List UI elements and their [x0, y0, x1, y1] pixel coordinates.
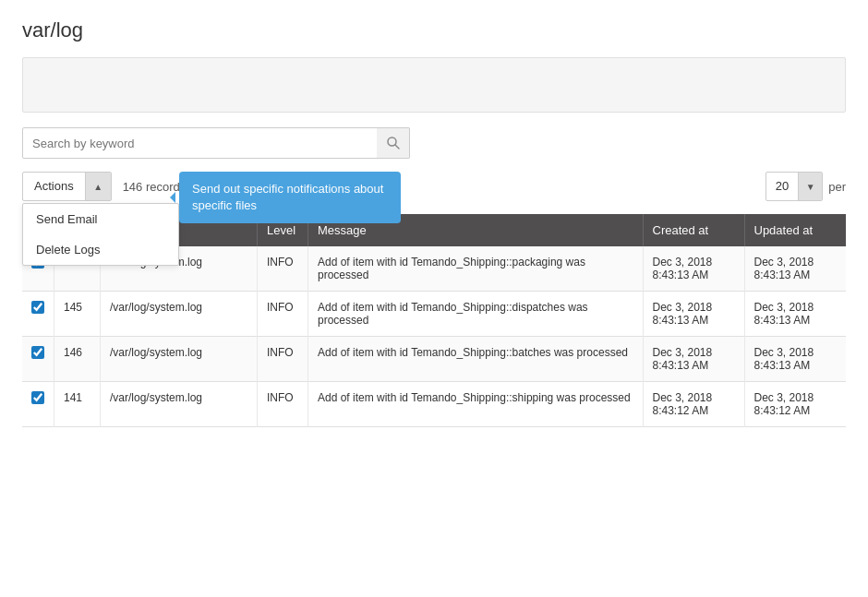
- tooltip-text: Send out specific notifications about sp…: [192, 182, 383, 212]
- row-id: 146: [54, 337, 101, 382]
- menu-item-delete-logs[interactable]: Delete Logs: [23, 234, 178, 265]
- row-id: 141: [54, 382, 101, 427]
- row-created-at: Dec 3, 2018 8:43:13 AM: [643, 246, 744, 292]
- search-button[interactable]: [377, 127, 410, 159]
- actions-dropdown: Actions ▲ Send Email Delete Logs Send ou…: [22, 172, 112, 201]
- actions-label: Actions: [23, 172, 85, 201]
- table-row: 146 /var/log/system.log INFO Add of item…: [22, 337, 846, 382]
- row-message: Add of item with id Temando_Shipping::di…: [308, 292, 644, 337]
- per-page-value: 20: [766, 172, 798, 201]
- actions-menu: Send Email Delete Logs: [22, 203, 179, 266]
- row-file: /var/log/system.log: [101, 382, 258, 427]
- row-level: INFO: [258, 337, 308, 382]
- per-label: per: [828, 180, 846, 194]
- row-updated-at: Dec 3, 2018 8:43:12 AM: [744, 382, 846, 427]
- row-checkbox[interactable]: [31, 346, 44, 359]
- row-created-at: Dec 3, 2018 8:43:13 AM: [643, 292, 744, 337]
- actions-button[interactable]: Actions ▲: [22, 172, 112, 201]
- toolbar-right: 20 ▼ per: [766, 172, 846, 201]
- search-wrapper: [22, 127, 410, 159]
- row-message: Add of item with id Temando_Shipping::ba…: [308, 337, 644, 382]
- row-checkbox-cell: [22, 292, 54, 337]
- row-updated-at: Dec 3, 2018 8:43:13 AM: [744, 337, 846, 382]
- row-level: INFO: [258, 292, 308, 337]
- row-updated-at: Dec 3, 2018 8:43:13 AM: [744, 292, 846, 337]
- svg-line-1: [395, 145, 399, 149]
- row-updated-at: Dec 3, 2018 8:43:13 AM: [744, 246, 846, 292]
- table-body: 144 /var/log/system.log INFO Add of item…: [22, 246, 846, 427]
- row-level: INFO: [258, 382, 308, 427]
- row-created-at: Dec 3, 2018 8:43:12 AM: [643, 382, 744, 427]
- row-file: /var/log/system.log: [101, 292, 258, 337]
- row-level: INFO: [258, 246, 308, 292]
- top-bar: [22, 57, 846, 113]
- row-message: Add of item with id Temando_Shipping::pa…: [308, 246, 644, 292]
- menu-item-send-email[interactable]: Send Email: [23, 204, 178, 234]
- row-checkbox[interactable]: [31, 391, 44, 404]
- actions-arrow-icon: ▲: [85, 172, 111, 201]
- page-title: var/log: [22, 18, 846, 42]
- row-created-at: Dec 3, 2018 8:43:13 AM: [643, 337, 744, 382]
- search-icon: [386, 136, 401, 150]
- row-file: /var/log/system.log: [101, 337, 258, 382]
- per-page-select[interactable]: 20 ▼: [766, 172, 823, 201]
- search-input[interactable]: [22, 127, 410, 159]
- table-row: 145 /var/log/system.log INFO Add of item…: [22, 292, 846, 337]
- per-page-arrow-icon: ▼: [798, 172, 822, 201]
- tooltip-bubble: Send out specific notifications about sp…: [179, 172, 401, 223]
- row-checkbox[interactable]: [31, 301, 44, 314]
- row-id: 145: [54, 292, 101, 337]
- table-row: 141 /var/log/system.log INFO Add of item…: [22, 382, 846, 427]
- row-checkbox-cell: [22, 382, 54, 427]
- row-message: Add of item with id Temando_Shipping::sh…: [308, 382, 644, 427]
- row-checkbox-cell: [22, 337, 54, 382]
- col-header-created-at: Created at: [643, 214, 744, 246]
- col-header-updated-at: Updated at: [744, 214, 846, 246]
